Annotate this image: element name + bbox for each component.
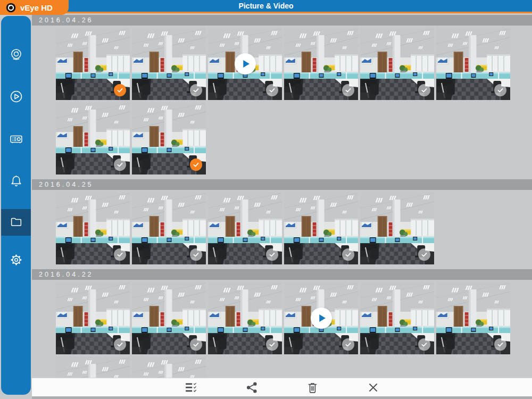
thumbnail-photo[interactable] [284, 192, 358, 264]
share-button[interactable] [239, 379, 264, 395]
thumbnail-photo[interactable] [436, 282, 510, 354]
check-icon[interactable] [342, 248, 354, 261]
recorder-icon [9, 132, 23, 148]
thumbnail-video[interactable] [284, 282, 358, 354]
sidebar-item-alarm[interactable] [1, 169, 31, 195]
thumbnail-photo[interactable] [132, 192, 206, 264]
thumbnail-photo[interactable] [360, 28, 434, 100]
brand-name: vEye HD [20, 3, 53, 12]
check-icon[interactable] [494, 84, 506, 96]
gallery-section: 2016.04.26 [32, 15, 532, 174]
page-title: Picture & Video [0, 0, 532, 12]
check-icon[interactable] [190, 84, 202, 96]
folder-icon [9, 214, 23, 231]
date-header: 2016.04.22 [32, 269, 532, 280]
thumbnail-photo[interactable] [56, 282, 130, 354]
gear-icon [9, 253, 23, 269]
check-icon[interactable] [266, 338, 278, 351]
play-button-overlay[interactable] [311, 307, 332, 329]
thumbnail-photo[interactable] [208, 192, 282, 264]
check-icon[interactable] [418, 248, 430, 261]
gallery-section: 2016.04.25 [32, 179, 532, 264]
check-icon[interactable] [114, 159, 126, 171]
thumbnail-photo[interactable] [360, 192, 434, 264]
trash-icon [305, 380, 320, 395]
thumbnail-photo[interactable] [208, 282, 282, 354]
check-icon[interactable] [266, 84, 278, 96]
check-icon[interactable] [266, 248, 278, 261]
check-icon[interactable] [342, 84, 354, 96]
thumbnail-photo[interactable] [56, 28, 130, 100]
select-all-button[interactable] [179, 379, 203, 395]
webcam-icon [9, 48, 23, 64]
thumbnail-video[interactable] [208, 28, 282, 100]
thumbnail-row [32, 192, 532, 264]
thumbnail-photo[interactable] [436, 28, 510, 100]
thumbnail-photo[interactable] [360, 282, 434, 354]
gallery: 2016.04.26 [32, 13, 532, 399]
check-icon[interactable] [342, 338, 354, 351]
sidebar-item-settings[interactable] [1, 247, 31, 274]
bell-icon [9, 174, 23, 190]
check-icon[interactable] [494, 338, 506, 351]
close-button[interactable] [361, 379, 385, 395]
play-button-overlay[interactable] [235, 53, 256, 74]
check-icon[interactable] [418, 338, 430, 351]
top-bar: Picture & Video [0, 0, 532, 13]
check-icon[interactable] [190, 159, 202, 171]
bottom-toolbar [32, 378, 532, 399]
date-header: 2016.04.25 [32, 179, 532, 190]
play-icon [239, 57, 253, 71]
thumbnail-photo[interactable] [56, 102, 130, 174]
thumbnail-row [32, 102, 532, 174]
check-icon[interactable] [190, 338, 202, 351]
sidebar [1, 16, 31, 395]
check-icon[interactable] [114, 338, 126, 351]
brand-logo-icon [6, 3, 16, 13]
thumbnail-photo[interactable] [56, 192, 130, 264]
check-icon[interactable] [114, 84, 126, 96]
check-icon[interactable] [190, 248, 202, 261]
sidebar-item-camera[interactable] [1, 43, 31, 69]
thumbnail-photo[interactable] [132, 282, 206, 354]
check-icon[interactable] [114, 248, 126, 261]
delete-button[interactable] [300, 379, 325, 395]
sidebar-item-files[interactable] [1, 209, 31, 236]
thumbnail-row [32, 28, 532, 100]
share-icon [245, 380, 259, 395]
thumbnail-photo[interactable] [132, 28, 206, 100]
thumbnail-photo[interactable] [132, 102, 206, 174]
check-icon[interactable] [418, 84, 430, 96]
thumbnail-photo[interactable] [284, 28, 358, 100]
play-circle-icon [9, 89, 23, 106]
multi-select-icon [184, 380, 198, 395]
close-icon [366, 380, 380, 395]
thumbnail-row [32, 282, 532, 354]
sidebar-item-playback[interactable] [1, 84, 31, 111]
sidebar-item-device[interactable] [1, 127, 31, 153]
brand-tab: vEye HD [0, 0, 69, 15]
play-icon [315, 311, 329, 325]
date-header: 2016.04.26 [32, 15, 532, 26]
